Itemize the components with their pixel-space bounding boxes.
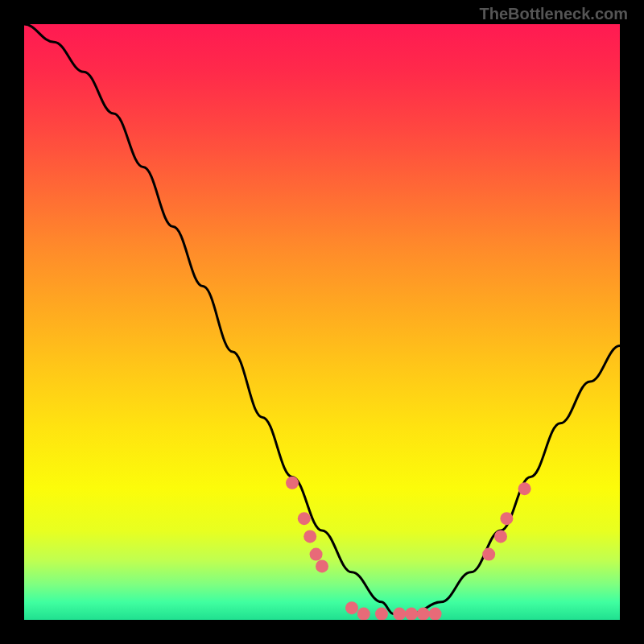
data-point: [405, 608, 418, 620]
data-point: [286, 477, 299, 489]
data-point: [303, 530, 316, 543]
scatter-points: [286, 477, 531, 620]
data-point: [393, 608, 406, 620]
watermark-text: TheBottleneck.com: [480, 5, 628, 23]
plot-area: [24, 24, 620, 620]
data-point: [298, 512, 311, 525]
data-point: [429, 608, 442, 620]
data-point: [494, 530, 507, 543]
data-point: [316, 559, 328, 572]
data-point: [417, 608, 430, 620]
data-point: [482, 548, 495, 561]
chart-svg: [24, 24, 620, 620]
bottleneck-curve: [24, 24, 620, 614]
data-point: [518, 482, 531, 495]
data-point: [345, 601, 358, 614]
chart-container: TheBottleneck.com: [0, 0, 644, 644]
data-point: [357, 608, 370, 620]
data-point: [310, 548, 323, 561]
data-point: [500, 512, 513, 525]
data-point: [375, 608, 388, 620]
